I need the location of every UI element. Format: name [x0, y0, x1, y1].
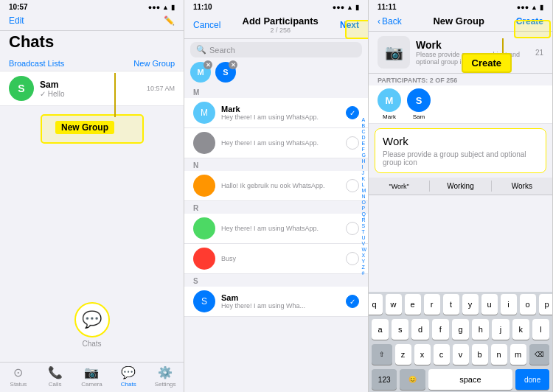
- check-mark[interactable]: ✓: [346, 106, 359, 119]
- suggestion-3[interactable]: Works: [492, 181, 552, 192]
- group-subject-input[interactable]: Work Please provide a group subject and …: [375, 128, 546, 173]
- key-z[interactable]: z: [395, 344, 411, 365]
- key-v[interactable]: v: [453, 344, 469, 365]
- contact-sub-m2: Hey there! I am using WhatsApp.: [221, 139, 346, 147]
- check-n1[interactable]: [346, 179, 359, 192]
- tab-calls-label: Calls: [49, 381, 62, 388]
- chats-panel: 10:57 ●●● ▲ ▮ Edit ✏️ Chats Broadcast Li…: [0, 0, 184, 392]
- status-bar-1: 10:57 ●●● ▲ ▮: [0, 0, 184, 13]
- contact-sub-n1: Hallo! Ik gebruik nu ook WhatsApp.: [221, 182, 346, 189]
- suggestion-1[interactable]: "Work": [369, 181, 430, 192]
- pill-sam: S ✕: [215, 62, 236, 83]
- pill-remove-mark[interactable]: ✕: [204, 60, 212, 69]
- camera-tab-icon: 📷: [84, 365, 99, 379]
- chats-circle-label: Chats: [74, 340, 110, 348]
- calls-tab-icon: 📞: [48, 365, 63, 379]
- check-r2[interactable]: [346, 252, 359, 265]
- tab-bar-1: ⊙ Status 📞 Calls 📷 Camera 💬 Chats ⚙️ Set…: [0, 362, 184, 392]
- key-g[interactable]: g: [452, 319, 469, 340]
- new-group-link-top[interactable]: New Group: [133, 59, 175, 68]
- key-done[interactable]: done: [515, 369, 549, 390]
- chat-time-sam: 10:57 AM: [147, 85, 175, 92]
- participants-row: M Mark S Sam: [369, 85, 552, 124]
- check-r1[interactable]: [346, 222, 359, 235]
- new-group-title: New Group: [402, 15, 516, 27]
- tab-chats[interactable]: 💬 Chats: [110, 365, 147, 388]
- cancel-button[interactable]: Cancel: [193, 20, 220, 30]
- key-b[interactable]: b: [472, 344, 488, 365]
- section-n: N: [184, 158, 368, 171]
- key-i[interactable]: i: [501, 294, 517, 315]
- next-annotation-box: [345, 20, 369, 39]
- avatar-m2: [193, 132, 215, 154]
- key-q[interactable]: q: [369, 294, 383, 315]
- time-1: 10:57: [9, 3, 28, 11]
- tab-calls[interactable]: 📞 Calls: [37, 365, 74, 388]
- key-u[interactable]: u: [481, 294, 498, 315]
- tab-status[interactable]: ⊙ Status: [0, 365, 37, 388]
- key-delete[interactable]: ⌫: [529, 344, 550, 365]
- key-n[interactable]: n: [491, 344, 507, 365]
- key-h[interactable]: h: [472, 319, 489, 340]
- key-a[interactable]: a: [372, 319, 389, 340]
- compose-button[interactable]: ✏️: [164, 15, 175, 26]
- chats-nav: Edit ✏️: [0, 13, 184, 31]
- contact-n1[interactable]: Hallo! Ik gebruik nu ook WhatsApp.: [184, 171, 368, 201]
- contact-sam-2[interactable]: S Sam Hey there! I am using Wha... ✓: [184, 287, 368, 317]
- key-o[interactable]: o: [520, 294, 536, 315]
- add-participants-count: 2 / 256: [220, 27, 340, 34]
- key-c[interactable]: c: [434, 344, 450, 365]
- key-r[interactable]: r: [424, 294, 440, 315]
- key-m[interactable]: m: [510, 344, 526, 365]
- key-d[interactable]: d: [411, 319, 428, 340]
- key-x[interactable]: x: [414, 344, 431, 365]
- annotation-arrow-1: [114, 73, 116, 117]
- status-icons-3: ●●● ▲ ▮: [517, 4, 543, 11]
- group-camera-icon[interactable]: 📷: [378, 36, 410, 69]
- work-input-value: Work: [383, 135, 538, 147]
- contact-r1[interactable]: Hey there! I am using WhatsApp.: [184, 214, 368, 244]
- tab-chats-label: Chats: [121, 381, 136, 388]
- search-bar-2[interactable]: 🔍 Search: [190, 42, 362, 57]
- broadcast-lists-link[interactable]: Broadcast Lists: [9, 59, 64, 68]
- tab-settings[interactable]: ⚙️ Settings: [147, 365, 184, 388]
- key-s[interactable]: s: [392, 319, 408, 340]
- key-p[interactable]: p: [539, 294, 554, 315]
- key-e[interactable]: e: [405, 294, 421, 315]
- key-j[interactable]: j: [492, 319, 509, 340]
- key-emoji[interactable]: 😊: [400, 369, 425, 390]
- key-shift[interactable]: ⇧: [372, 344, 392, 365]
- status-tab-icon: ⊙: [13, 365, 23, 379]
- chat-item-sam[interactable]: S Sam ✓ Hello 10:57 AM: [0, 71, 184, 106]
- avatar-r1: [193, 217, 215, 239]
- key-t[interactable]: t: [443, 294, 459, 315]
- suggestion-2[interactable]: Working: [430, 181, 491, 192]
- key-k[interactable]: k: [512, 319, 529, 340]
- contact-m2[interactable]: Hey there! I am using WhatsApp.: [184, 128, 368, 158]
- part-name-mark: Mark: [383, 113, 396, 120]
- key-l[interactable]: l: [532, 319, 549, 340]
- section-s: S: [184, 274, 368, 287]
- pill-remove-sam[interactable]: ✕: [229, 60, 237, 69]
- edit-button[interactable]: Edit: [9, 15, 24, 26]
- contact-mark[interactable]: M Mark Hey there! I am using WhatsApp. ✓: [184, 98, 368, 128]
- back-label: Back: [382, 16, 402, 27]
- work-input-hint: Please provide a group subject and optio…: [383, 150, 538, 167]
- contact-info-mark: Mark Hey there! I am using WhatsApp.: [221, 105, 346, 121]
- key-y[interactable]: y: [462, 294, 479, 315]
- key-123[interactable]: 123: [372, 369, 397, 390]
- participant-mark: M Mark: [378, 88, 401, 120]
- check-m2[interactable]: [346, 136, 359, 150]
- tab-settings-label: Settings: [155, 381, 176, 388]
- key-space[interactable]: space: [428, 369, 513, 390]
- participants-label: PARTICIPANTS: 2 OF 256: [369, 74, 552, 85]
- back-button[interactable]: ‹ Back: [378, 16, 402, 27]
- chats-icon-area: 💬 Chats: [74, 302, 110, 348]
- contact-r2[interactable]: Busy: [184, 244, 368, 274]
- tab-camera[interactable]: 📷 Camera: [74, 365, 111, 388]
- key-w[interactable]: w: [386, 294, 402, 315]
- avatar-mark: M: [193, 102, 215, 124]
- chats-circle-icon: 💬: [74, 302, 110, 337]
- check-sam-2[interactable]: ✓: [346, 295, 359, 308]
- key-f[interactable]: f: [432, 319, 449, 340]
